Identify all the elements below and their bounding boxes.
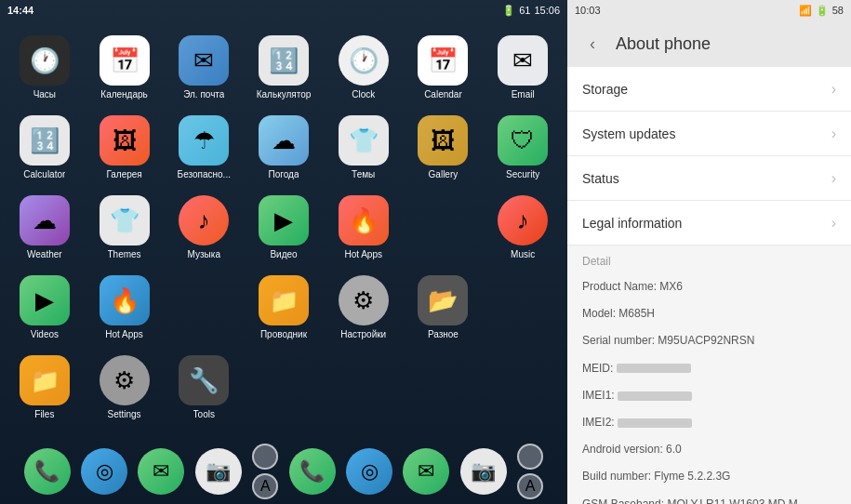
- app-videos-en[interactable]: ▶ Videos: [5, 270, 85, 350]
- app-gallery-ru[interactable]: 🖼 Галерея: [85, 110, 165, 190]
- app-icon-themes-en: 👕: [100, 195, 150, 245]
- dock-phone2[interactable]: 📞: [289, 448, 336, 495]
- right-panel: 10:03 📶 🔋 58 ‹ About phone Storage › Sys…: [567, 0, 851, 504]
- dock-message2[interactable]: ✉: [403, 448, 449, 495]
- menu-item-status[interactable]: Status ›: [567, 156, 851, 201]
- app-calendar-ru[interactable]: 📅 Календарь: [85, 30, 165, 110]
- home-button-right[interactable]: [517, 444, 543, 470]
- app-icon-hotapps-en: 🔥: [100, 275, 150, 325]
- hidden-value-5: [618, 418, 692, 428]
- app-label-security-en: Security: [506, 169, 539, 179]
- about-phone-header: ‹ About phone: [567, 20, 851, 67]
- app-files-en[interactable]: 📁 Files: [5, 350, 85, 430]
- dock-message[interactable]: ✉: [138, 448, 184, 495]
- app-label-settings-ru: Настройки: [340, 329, 386, 339]
- app-hotapps-en[interactable]: 🔥 Hot Apps: [85, 270, 165, 350]
- dock-phone[interactable]: 📞: [24, 448, 71, 495]
- detail-header: Detail: [567, 245, 851, 273]
- wifi-icon: 📶: [799, 5, 812, 17]
- app-icon-calc-ru: 🔢: [259, 35, 309, 86]
- app-label-weather-ru: Погода: [269, 169, 299, 179]
- app-calc-ru[interactable]: 🔢 Калькулятор: [244, 30, 324, 110]
- app-calculator-en[interactable]: 🔢 Calculator: [5, 110, 85, 190]
- menu-label-status: Status: [582, 171, 619, 186]
- menu-list: Storage › System updates › Status › Lega…: [567, 67, 851, 245]
- app-video-ru[interactable]: ▶ Видео: [244, 190, 324, 270]
- app-icon-videos-en: ▶: [20, 275, 70, 325]
- dock-browser2[interactable]: ◎: [346, 448, 392, 495]
- app-label-hotapps-ru: Hot Apps: [344, 249, 382, 259]
- app-themes-en[interactable]: 👕 Themes: [85, 190, 165, 270]
- app-gallery-en[interactable]: 🖼 Gallery: [404, 110, 484, 190]
- back-button[interactable]: ‹: [578, 30, 606, 58]
- app-empty3[interactable]: [483, 270, 563, 350]
- recents-button-left[interactable]: A: [252, 473, 278, 499]
- app-music-ru[interactable]: ♪ Музыка: [164, 190, 244, 270]
- app-icon-music-en: ♪: [498, 195, 548, 245]
- app-icon-calendar-ru: 📅: [100, 35, 150, 86]
- app-icon-settings-en: ⚙: [100, 355, 150, 405]
- app-label-misc-ru: Разное: [428, 329, 459, 339]
- battery-percent-right: 58: [832, 5, 844, 16]
- app-misc-ru[interactable]: 📂 Разное: [404, 270, 484, 350]
- app-icon-video-ru: ▶: [259, 195, 309, 245]
- recents-button-right[interactable]: A: [517, 473, 543, 499]
- app-icon-email-en: ✉: [498, 35, 548, 86]
- dock-camera2[interactable]: 📷: [460, 448, 507, 495]
- chevron-icon-system-updates: ›: [831, 126, 836, 142]
- app-icon-explorer-ru: 📁: [259, 275, 309, 325]
- hidden-value-4: [618, 391, 692, 401]
- app-icon-music-ru: ♪: [179, 195, 229, 245]
- app-security-ru[interactable]: ☂ Безопасно...: [164, 110, 244, 190]
- app-weather-ru[interactable]: ☁ Погода: [244, 110, 324, 190]
- app-tools-en[interactable]: 🔧 Tools: [164, 350, 244, 430]
- home-button-left[interactable]: [252, 444, 278, 470]
- app-weather-en[interactable]: ☁ Weather: [5, 190, 85, 270]
- app-empty2[interactable]: [164, 270, 244, 350]
- app-music-en[interactable]: ♪ Music: [483, 190, 563, 270]
- app-email-en[interactable]: ✉ Email: [483, 30, 563, 110]
- app-label-music-ru: Музыка: [188, 249, 220, 259]
- app-security-en[interactable]: 🛡 Security: [483, 110, 563, 190]
- app-mail-ru[interactable]: ✉ Эл. почта: [164, 30, 244, 110]
- app-icon-calendar-en: 📅: [418, 35, 468, 86]
- menu-item-legal-information[interactable]: Legal information ›: [567, 201, 851, 245]
- status-bar-left: 14:44 🔋 61 15:06: [0, 0, 567, 20]
- app-clock-ru[interactable]: 🕐 Часы: [5, 30, 85, 110]
- app-settings-en[interactable]: ⚙ Settings: [85, 350, 165, 430]
- app-icon-hotapps-ru: 🔥: [339, 195, 389, 245]
- app-explorer-ru[interactable]: 📁 Проводник: [244, 270, 324, 350]
- dock-browser[interactable]: ◎: [81, 448, 127, 495]
- status-icons-left: 🔋 61 15:06: [502, 5, 560, 17]
- menu-item-storage[interactable]: Storage ›: [567, 67, 851, 112]
- app-empty1[interactable]: [404, 190, 484, 270]
- time-left2: 15:06: [534, 5, 560, 16]
- app-icon-security-ru: ☂: [179, 115, 229, 166]
- app-label-gallery-ru: Галерея: [106, 169, 141, 179]
- app-calendar-en[interactable]: 📅 Calendar: [404, 30, 484, 110]
- app-icon-tools-en: 🔧: [179, 355, 229, 405]
- left-panel: 14:44 🔋 61 15:06 🕐 Часы 📅 Календарь ✉ Эл…: [0, 0, 567, 504]
- app-icon-settings-ru: ⚙: [339, 275, 389, 325]
- detail-item-5: IMEI2:: [567, 409, 851, 436]
- detail-item-6: Android version: 6.0: [567, 436, 851, 463]
- dock-camera[interactable]: 📷: [195, 448, 242, 495]
- app-settings-ru[interactable]: ⚙ Настройки: [324, 270, 404, 350]
- app-label-calendar-en: Calendar: [424, 89, 462, 99]
- app-label-calc-ru: Калькулятор: [257, 89, 312, 99]
- app-clock-en[interactable]: 🕐 Clock: [324, 30, 404, 110]
- app-icon-mail-ru: ✉: [179, 35, 229, 86]
- app-icon-files-en: 📁: [20, 355, 70, 405]
- app-label-mail-ru: Эл. почта: [183, 89, 224, 99]
- app-hotapps-ru[interactable]: 🔥 Hot Apps: [324, 190, 404, 270]
- app-label-files-en: Files: [34, 409, 54, 419]
- app-icon-gallery-en: 🖼: [418, 115, 468, 166]
- app-label-video-ru: Видео: [270, 249, 297, 259]
- detail-item-3: MEID:: [567, 355, 851, 382]
- app-icon-clock-en: 🕐: [339, 35, 389, 86]
- menu-item-system-updates[interactable]: System updates ›: [567, 112, 851, 156]
- app-themes-ru[interactable]: 👕 Темы: [324, 110, 404, 190]
- status-bar-right: 10:03 📶 🔋 58: [567, 0, 851, 20]
- app-label-themes-ru: Темы: [352, 169, 375, 179]
- chevron-icon-status: ›: [831, 170, 836, 187]
